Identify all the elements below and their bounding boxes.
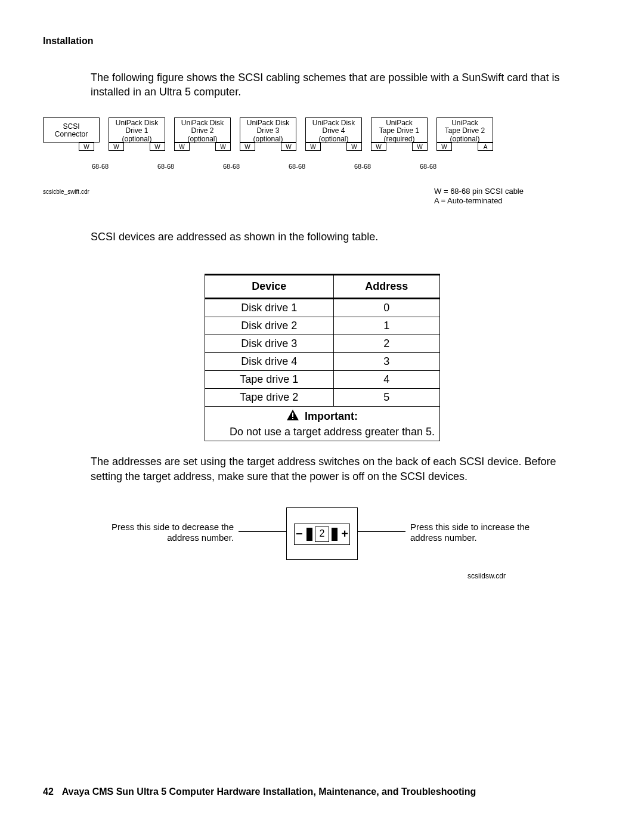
diagram-box-disk-4: UniPack DiskDrive 4(optional) — [305, 117, 362, 143]
page: Installation The following figure shows … — [0, 0, 644, 833]
port-w: W — [109, 143, 124, 151]
figure-filename: scsicble_swift.cdr — [43, 188, 89, 195]
table-row: Disk drive 10 — [205, 298, 439, 317]
svg-rect-2 — [292, 418, 293, 419]
diagram-box-scsi-connector: SCSIConnector — [43, 117, 100, 143]
minus-icon: − — [295, 527, 304, 541]
port-w: W — [174, 143, 190, 151]
diagram-box-tape-2: UniPackTape Drive 2(optional) — [436, 117, 493, 143]
important-note-row: Important: Do not use a target address g… — [205, 406, 439, 441]
address-switch-diagram: Press this side to decrease the address … — [43, 501, 601, 585]
port-w: W — [371, 143, 386, 151]
port-a: A — [478, 143, 493, 151]
switch-box: − 2 + — [286, 507, 358, 560]
port-w: W — [79, 143, 94, 151]
warning-icon — [286, 409, 299, 424]
col-address: Address — [334, 274, 439, 298]
port-w: W — [436, 143, 452, 151]
section-header: Installation — [43, 36, 601, 47]
port-w: W — [305, 143, 321, 151]
plus-icon: + — [340, 527, 349, 541]
port-w: W — [412, 143, 428, 151]
increase-label: Press this side to increase the address … — [410, 522, 541, 543]
address-number-display: 2 — [315, 527, 329, 542]
increase-button[interactable] — [332, 528, 338, 541]
table-row: Disk drive 32 — [205, 335, 439, 352]
scsi-cabling-diagram: SCSIConnector UniPack DiskDrive 1(option… — [43, 117, 601, 183]
port-w: W — [240, 143, 255, 151]
important-text: Do not use a target address greater than… — [225, 425, 439, 439]
lead-line — [358, 531, 405, 532]
cable-label: 68-68 — [223, 163, 240, 170]
after-table-paragraph: The addresses are set using the target a… — [91, 454, 565, 484]
cable-label: 68-68 — [354, 163, 371, 170]
cable-label: 68-68 — [289, 163, 305, 170]
lead-line — [239, 531, 286, 532]
table-row: Disk drive 21 — [205, 317, 439, 335]
decrease-label: Press this side to decrease the address … — [103, 522, 234, 543]
address-table: Device Address Disk drive 10 Disk drive … — [205, 274, 440, 442]
important-label: Important: — [305, 410, 358, 422]
table-row: Tape drive 25 — [205, 388, 439, 406]
diagram-box-disk-3: UniPack DiskDrive 3(optional) — [240, 117, 296, 143]
address-table-wrap: Device Address Disk drive 10 Disk drive … — [43, 274, 601, 442]
port-w: W — [281, 143, 296, 151]
port-w: W — [150, 143, 165, 151]
col-device: Device — [205, 274, 334, 298]
diagram-box-tape-1: UniPackTape Drive 1(required) — [371, 117, 428, 143]
svg-rect-1 — [292, 413, 293, 417]
decrease-button[interactable] — [306, 528, 313, 541]
port-w: W — [346, 143, 362, 151]
diagram-box-disk-2: UniPack DiskDrive 2(optional) — [174, 117, 231, 143]
cable-label: 68-68 — [92, 163, 109, 170]
figure-legend: W = 68-68 pin SCSI cable A = Auto-termin… — [434, 187, 524, 205]
page-number: 42 — [43, 786, 54, 797]
footer-title: Avaya CMS Sun Ultra 5 Computer Hardware … — [62, 786, 476, 797]
page-footer: 42 Avaya CMS Sun Ultra 5 Computer Hardwa… — [43, 786, 476, 797]
cable-label: 68-68 — [157, 163, 174, 170]
intro-paragraph: The following figure shows the SCSI cabl… — [91, 70, 565, 100]
table-row: Disk drive 43 — [205, 352, 439, 370]
inner-switch: − 2 + — [294, 524, 350, 545]
mid-paragraph: SCSI devices are addressed as shown in t… — [91, 230, 565, 244]
port-w: W — [215, 143, 231, 151]
diagram-box-disk-1: UniPack DiskDrive 1(optional) — [109, 117, 165, 143]
switch-figure-filename: scsiidsw.cdr — [467, 572, 506, 580]
table-row: Tape drive 14 — [205, 370, 439, 388]
cable-label: 68-68 — [420, 163, 436, 170]
